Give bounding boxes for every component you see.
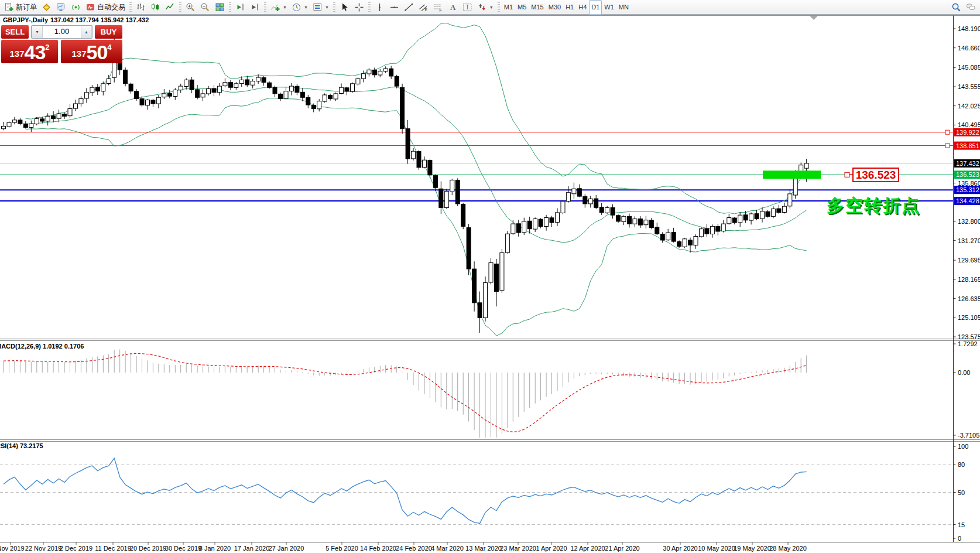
svg-text:138.851: 138.851 (956, 142, 979, 149)
buy-price-button[interactable]: 137 50 4 (61, 40, 122, 63)
gold-cube-icon-icon (42, 2, 52, 12)
signals-icon[interactable] (68, 0, 83, 15)
tf-m15[interactable]: M15 (529, 0, 546, 15)
svg-text:10 May 2020: 10 May 2020 (698, 545, 735, 552)
svg-text:143.555: 143.555 (958, 83, 980, 90)
periods-icon (292, 2, 301, 12)
tile-windows-icon (215, 2, 225, 12)
chevron-down-icon[interactable]: ▼ (304, 5, 308, 9)
tf-m30[interactable]: M30 (546, 0, 563, 15)
candlestick-chart-button[interactable] (148, 0, 163, 15)
zoom-out-button[interactable] (198, 0, 213, 15)
svg-text:8 Jan 2020: 8 Jan 2020 (199, 545, 231, 552)
text-icon: A (448, 2, 458, 12)
bar-chart-button[interactable] (133, 0, 148, 15)
chevron-down-icon[interactable]: ▼ (325, 5, 329, 9)
svg-text:148.190: 148.190 (958, 25, 980, 32)
tf-m1[interactable]: M1 (502, 0, 515, 15)
svg-text:24 Feb 2020: 24 Feb 2020 (396, 545, 432, 552)
macd-indicator-label: MACD(12,26,9) 1.0192 0.1706 (0, 343, 84, 350)
zoom-out-icon (200, 2, 210, 12)
indicators-button[interactable]: ▼ (268, 0, 289, 15)
svg-text:136.523: 136.523 (956, 171, 979, 178)
trendline-button[interactable] (402, 0, 416, 15)
auto-scroll-button[interactable] (233, 0, 248, 15)
buy-button[interactable]: BUY (95, 25, 122, 39)
zoom-in-button[interactable] (183, 0, 198, 15)
price-callout-box[interactable]: 136.523 (852, 168, 899, 182)
svg-text:22 Nov 2019: 22 Nov 2019 (25, 545, 61, 552)
tf-h1[interactable]: H1 (563, 0, 576, 15)
arrows-icon (477, 2, 487, 12)
svg-text:125.105: 125.105 (958, 314, 980, 321)
crosshair-button[interactable] (352, 0, 366, 15)
fibonacci-icon: F (433, 2, 443, 12)
periods-button[interactable]: ▼ (289, 0, 310, 15)
terminal-icon[interactable] (54, 0, 68, 15)
indicators-icon (270, 2, 280, 12)
sell-price-point: 2 (45, 43, 49, 52)
tf-mn[interactable]: MN (616, 0, 631, 15)
new-order-button-label: 新订单 (16, 2, 37, 12)
templates-button[interactable]: ▼ (310, 0, 331, 15)
vertical-line-button[interactable] (372, 0, 387, 15)
chevron-down-icon[interactable]: ▼ (489, 5, 494, 9)
auto-scroll-icon (235, 2, 245, 12)
templates-icon (313, 2, 323, 12)
line-chart-button[interactable] (163, 0, 177, 15)
svg-text:4 Mar 2020: 4 Mar 2020 (431, 545, 464, 552)
tile-windows-button[interactable] (213, 0, 227, 15)
tf-d1[interactable]: D1 (589, 0, 602, 15)
highlight-rectangle (763, 170, 821, 179)
volume-up-button[interactable]: ▲ (81, 26, 92, 38)
chevron-down-icon[interactable]: ▼ (283, 5, 287, 9)
autotrading-button[interactable]: 自动交易 (83, 0, 128, 15)
channel-button[interactable]: E (416, 0, 431, 15)
tf-w1[interactable]: W1 (602, 0, 616, 15)
toolbar-group-separator (179, 2, 181, 12)
signals-icon-icon (71, 2, 81, 12)
svg-text:135.312: 135.312 (956, 186, 979, 193)
toolbar-group-separator (498, 2, 500, 12)
buy-price-pips: 50 (86, 42, 107, 63)
chart-canvas[interactable]: 148.190146.660145.085143.555142.025140.4… (0, 0, 980, 553)
volume-down-button[interactable]: ▼ (32, 26, 43, 38)
sell-price-button[interactable]: 137 43 2 (1, 40, 58, 63)
label-button[interactable]: T (460, 0, 475, 15)
terminal-icon-icon (56, 2, 66, 12)
arrows-button[interactable]: ▼ (475, 0, 496, 15)
svg-text:5 Feb 2020: 5 Feb 2020 (325, 545, 358, 552)
svg-text:146.660: 146.660 (958, 45, 980, 52)
gold-cube-icon[interactable] (39, 0, 54, 15)
svg-text:100: 100 (958, 443, 968, 450)
new-order-icon (4, 2, 14, 12)
tf-m5[interactable]: M5 (515, 0, 529, 15)
sell-button[interactable]: SELL (1, 25, 29, 39)
text-button[interactable]: A (446, 0, 460, 15)
svg-text:128.165: 128.165 (958, 276, 980, 283)
bar-chart-icon (136, 2, 146, 12)
cursor-button[interactable] (337, 0, 352, 15)
svg-text:2 Dec 2019: 2 Dec 2019 (60, 545, 92, 552)
svg-text:145.085: 145.085 (958, 64, 980, 71)
tf-h1-label: H1 (566, 4, 574, 11)
svg-text:50: 50 (958, 489, 965, 496)
toolbar-group-separator (264, 2, 266, 12)
community-chat-button[interactable] (964, 0, 978, 15)
annotation-text[interactable]: 多空转折点 (827, 194, 920, 218)
tf-h4[interactable]: H4 (576, 0, 589, 15)
new-order-button[interactable]: 新订单 (2, 0, 39, 15)
svg-text:0: 0 (958, 535, 961, 542)
tf-m5-label: M5 (518, 4, 526, 11)
fibonacci-button[interactable]: F (431, 0, 446, 15)
svg-text:12 Apr 2020: 12 Apr 2020 (570, 545, 605, 552)
svg-text:137.432: 137.432 (956, 160, 979, 167)
volume-field[interactable]: 1.00 (43, 26, 81, 38)
svg-text:30 Apr 2020: 30 Apr 2020 (663, 545, 697, 552)
horizontal-line-button[interactable] (387, 0, 402, 15)
search-button[interactable] (949, 0, 964, 15)
zoom-in-icon (186, 2, 196, 12)
chart-shift-button[interactable] (248, 0, 262, 15)
toolbar-group-separator (333, 2, 335, 12)
svg-text:1.7292: 1.7292 (958, 340, 978, 347)
